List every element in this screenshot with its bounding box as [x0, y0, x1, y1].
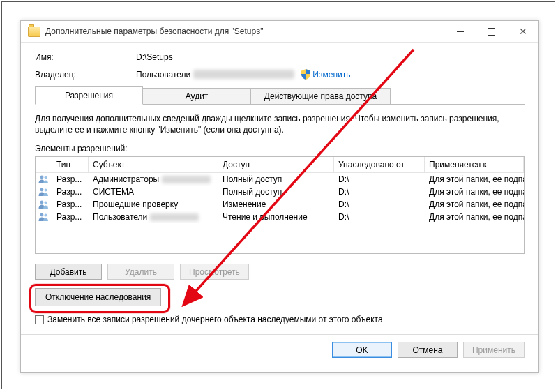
cell-type: Разр... [52, 173, 89, 186]
name-label: Имя: [35, 52, 136, 62]
blurred-owner [193, 70, 294, 79]
replace-checkbox-label: Заменить все записи разрешений дочернего… [47, 315, 383, 324]
client-area: Имя: D:\Setups Владелец: Пользователи Из… [21, 43, 538, 365]
col-type[interactable]: Тип [52, 157, 89, 172]
ok-button[interactable]: OK [332, 342, 392, 358]
svg-point-3 [45, 189, 47, 192]
cell-access: Чтение и выполнение [218, 211, 334, 223]
tab-effective[interactable]: Действующие права доступа [251, 88, 391, 105]
cell-applies: Для этой папки, ее подпапок ... [425, 186, 524, 198]
replace-checkbox-row: Заменить все записи разрешений дочернего… [35, 315, 525, 324]
owner-row: Владелец: Пользователи Изменить [35, 69, 525, 80]
cell-subject: Пользователи [89, 211, 218, 223]
folder-icon [28, 27, 40, 37]
minimize-button[interactable] [444, 21, 476, 42]
cell-access: Полный доступ [218, 186, 334, 198]
maximize-button[interactable] [476, 21, 507, 42]
table-row[interactable]: Разр...СИСТЕМАПолный доступD:\Для этой п… [36, 186, 524, 198]
cell-type: Разр... [52, 198, 89, 211]
col-access[interactable]: Доступ [218, 157, 334, 172]
group-icon [38, 212, 50, 222]
info-text: Для получения дополнительных сведений дв… [35, 113, 525, 135]
owner-value-prefix: Пользователи [136, 70, 190, 80]
cell-type: Разр... [52, 211, 89, 223]
cell-inherited: D:\ [334, 186, 425, 198]
permissions-list[interactable]: Тип Субъект Доступ Унаследовано от Приме… [35, 156, 525, 254]
security-dialog: Дополнительные параметры безопасности дл… [20, 20, 539, 373]
svg-point-5 [45, 202, 47, 204]
svg-point-7 [45, 214, 47, 217]
table-row[interactable]: Разр...Прошедшие проверкуИзменениеD:\Для… [36, 198, 524, 211]
group-icon [38, 187, 50, 197]
cell-type: Разр... [52, 186, 89, 198]
cell-access: Полный доступ [218, 173, 334, 186]
group-icon [38, 199, 50, 209]
apply-button: Применить [463, 342, 525, 358]
list-header: Тип Субъект Доступ Унаследовано от Приме… [36, 157, 524, 173]
svg-point-6 [40, 213, 44, 217]
cell-applies: Для этой папки, ее подпапок ... [425, 198, 524, 211]
owner-value: Пользователи Изменить [136, 69, 525, 80]
footer-buttons: OK Отмена Применить [21, 335, 538, 358]
caption-buttons: ✕ [444, 21, 538, 42]
svg-point-1 [45, 176, 47, 179]
list-buttons: Добавить Удалить Просмотреть [35, 264, 525, 280]
table-row[interactable]: Разр...ПользователиЧтение и выполнениеD:… [36, 211, 524, 223]
cell-inherited: D:\ [334, 173, 425, 186]
name-value: D:\Setups [136, 52, 525, 62]
col-inherited[interactable]: Унаследовано от [334, 157, 425, 172]
col-subject[interactable]: Субъект [89, 157, 218, 172]
tab-permissions[interactable]: Разрешения [35, 86, 143, 105]
cell-subject: Администраторы [89, 173, 218, 186]
change-owner-link[interactable]: Изменить [312, 70, 350, 80]
list-label: Элементы разрешений: [35, 144, 525, 153]
cell-inherited: D:\ [334, 211, 425, 223]
close-button[interactable]: ✕ [507, 21, 538, 42]
tab-audit[interactable]: Аудит [143, 88, 251, 105]
cancel-button[interactable]: Отмена [398, 342, 458, 358]
view-button: Просмотреть [180, 264, 249, 280]
svg-point-4 [40, 201, 44, 204]
owner-label: Владелец: [35, 70, 136, 80]
add-button[interactable]: Добавить [35, 264, 102, 280]
cell-applies: Для этой папки, ее подпапок ... [425, 211, 524, 223]
window-title: Дополнительные параметры безопасности дл… [45, 27, 444, 36]
col-applies[interactable]: Применяется к [425, 157, 524, 172]
cell-access: Изменение [218, 198, 334, 211]
replace-checkbox[interactable] [35, 315, 44, 324]
svg-point-2 [40, 188, 44, 192]
name-row: Имя: D:\Setups [35, 52, 525, 62]
cell-subject: СИСТЕМА [89, 186, 218, 198]
titlebar: Дополнительные параметры безопасности дл… [21, 21, 538, 43]
group-icon [38, 174, 50, 184]
tab-strip: Разрешения Аудит Действующие права досту… [35, 86, 525, 105]
screenshot-border: Дополнительные параметры безопасности дл… [1, 1, 555, 389]
cell-applies: Для этой папки, ее подпапок ... [425, 173, 524, 186]
cell-subject: Прошедшие проверку [89, 198, 218, 211]
table-row[interactable]: Разр...АдминистраторыПолный доступD:\Для… [36, 173, 524, 186]
cell-inherited: D:\ [334, 198, 425, 211]
shield-icon [301, 69, 310, 80]
delete-button: Удалить [107, 264, 174, 280]
disable-inheritance-button[interactable]: Отключение наследования [35, 288, 161, 306]
svg-point-0 [40, 176, 44, 179]
